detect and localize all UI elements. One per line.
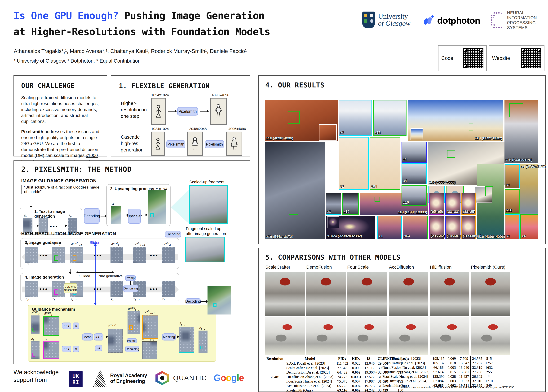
- raccoon-upscaled-image: [148, 190, 166, 224]
- fragment-after-generation-image: [185, 237, 225, 262]
- house-crop-x16-label: x16: [506, 208, 512, 212]
- arrow: [168, 111, 175, 112]
- house-crop-x16: x16: [505, 189, 519, 214]
- comparison-image-demofusion-row1: [306, 272, 346, 316]
- ups-title: 2. Upsampling process: [110, 186, 154, 191]
- comparison-image-fouriscale-row1: [347, 272, 387, 316]
- mars-inset: [319, 124, 337, 140]
- ifft-chip: iFFT: [94, 333, 103, 341]
- quantic-wordmark: QUANTIC: [173, 374, 207, 382]
- table-cell: 13.542: [457, 361, 471, 365]
- table-cell: 105.132: [431, 361, 446, 365]
- ellipsis: •••: [50, 223, 58, 230]
- table-cell: SDXL Podell et al. [2023]: [381, 356, 431, 361]
- upscaler-chip: Upscaler: [128, 209, 141, 224]
- helmet-crop-x16: x16: [402, 185, 426, 206]
- galaxy-crop-800-label: (1056×800): [463, 234, 481, 238]
- alien-landscape-label: x64 (6144×10880): [398, 210, 427, 214]
- galaxy-crop-33a-label: (33×33): [447, 210, 459, 214]
- google-letter: l: [237, 372, 239, 383]
- fft-chip-top: FFT: [62, 322, 71, 329]
- table-cell: AccDiffusion Lin et al. [2024]: [381, 379, 431, 383]
- google-logo: Google: [214, 372, 244, 383]
- final-raccoon-image: [208, 286, 231, 315]
- table-cell: DemoFusion Du et al. [2023]: [285, 370, 335, 375]
- table-cell: 0.006: [350, 366, 363, 370]
- table-cell: 515: [484, 356, 494, 361]
- table-cell: FouriScale Huang et al. [2024]: [381, 374, 431, 379]
- helmet-crop-x1: x1: [402, 142, 426, 163]
- pixelsmith-chip: Pixelsmith: [177, 107, 198, 116]
- decoding-chip: Decoding: [84, 208, 100, 224]
- arrow-down: [130, 281, 131, 284]
- table-cell: 24.242: [363, 388, 376, 392]
- flexible-title: 1. FLEXIBLE GENERATION: [119, 82, 209, 90]
- mouth-crop-x4: x4: [520, 214, 538, 239]
- phi-chip-top: φ: [72, 322, 79, 329]
- timestep-label: zguidk−1: [133, 242, 145, 246]
- mars-anno: [288, 111, 300, 124]
- comparison-image-demofusion-row2: [306, 317, 346, 355]
- galaxy-crop-33a: (33×33): [445, 193, 461, 215]
- helmet-crop-x4: x4: [402, 163, 426, 184]
- frag1-caption: Scaled-up fragment: [189, 180, 224, 184]
- timestep-label: zk−1: [133, 297, 140, 301]
- gm-label: ẑiFFTt: [108, 324, 116, 328]
- method-box: 2. PIXELSMITH: THE METHOD IMAGE GUIDANCE…: [14, 161, 250, 364]
- table-cell: 97.614: [431, 370, 446, 374]
- quantic-icon: [155, 371, 169, 385]
- skull-crop-x1: x1: [326, 193, 341, 215]
- lego-crop-x16: x16: [373, 100, 406, 136]
- table-cell: 0.004: [350, 384, 363, 388]
- comparison-image-hidiffusion-row2: [430, 317, 469, 355]
- timestep-thumb: [162, 247, 175, 263]
- google-letter: o: [221, 372, 226, 383]
- guidance-mechanism-panel: Guidance mechanism zguidt ẑguidt zt ẑt F…: [28, 305, 216, 362]
- mars-astronaut-label: x16 (4096×4096): [266, 136, 293, 140]
- helmet-crop-x4-label: x4: [403, 179, 407, 183]
- encoding-chip: Encoding: [165, 231, 181, 238]
- model-name-1: DemoFusion: [306, 265, 332, 270]
- sketch-person-icon: [230, 137, 239, 151]
- terrarium-anno: [485, 186, 493, 196]
- google-letter: o: [226, 372, 231, 383]
- qr-box-code: Code: [438, 45, 487, 71]
- lego-crop-x1-label: x1: [340, 131, 344, 135]
- resolution-cell: 2048²: [265, 361, 285, 392]
- mouth-crop-x1: x1: [505, 214, 519, 239]
- title-black-part: Pushing Image Generation: [119, 10, 264, 21]
- ukri-logo: UKRI: [69, 371, 83, 387]
- skull-crop-x1-label: x1: [327, 210, 331, 214]
- comparison-image-scalecrafter-row1: [265, 272, 305, 316]
- timestep-thumb: [25, 247, 38, 263]
- mean-chip: Mean: [82, 333, 93, 341]
- affiliations-line: ¹ University of Glasgow, ² Dotphoton, * …: [14, 58, 141, 64]
- scaled-up-fragment-image: [189, 185, 228, 224]
- image-guidance-box: 3. Image guidance zguidTzguidtzguidt−1zg…: [20, 238, 179, 269]
- google-letter: g: [231, 372, 237, 383]
- qr-website-label: Website: [492, 55, 510, 61]
- dotphoton-logo: dotphoton: [423, 15, 480, 26]
- challenge-box: OUR CHALLENGE Scaling pre-trained diffus…: [14, 75, 107, 156]
- latent-label: z̃T−1: [39, 214, 46, 218]
- table-header: KID↓: [350, 356, 363, 361]
- slider-handle[interactable]: [95, 245, 96, 303]
- arrow: [123, 215, 127, 215]
- latent-label: z̃0: [68, 214, 71, 218]
- table-cell: FouriScale Huang et al. [2024]: [285, 379, 335, 384]
- glasgow-logo: University of Glasgow: [362, 12, 411, 28]
- flexible-generation-box: 1. FLEXIBLE GENERATION Higher-resolution…: [111, 75, 250, 156]
- gm-zguid-t1-thumb: [128, 311, 140, 334]
- qr-box-website: Website: [489, 45, 544, 71]
- table-cell: 64.422: [335, 370, 350, 375]
- table-cell: 0.002: [350, 388, 363, 392]
- prompt-chip: Prompt: [125, 275, 136, 281]
- comparison-image-accdiffusion-row2: [389, 317, 428, 355]
- galaxy-crop-65-label: (65×65): [431, 210, 443, 214]
- title-blue-part: Is One GPU Enough?: [14, 10, 119, 21]
- pure-generative-label: Pure generative: [98, 274, 123, 278]
- method-sub2: HIGH-RESOLUTION IMAGE GENERATION: [21, 231, 116, 236]
- results-title: 4. OUR RESULTS: [265, 81, 324, 89]
- size-caption: 1024x1024: [151, 127, 169, 131]
- stick-image-1024: [151, 98, 166, 125]
